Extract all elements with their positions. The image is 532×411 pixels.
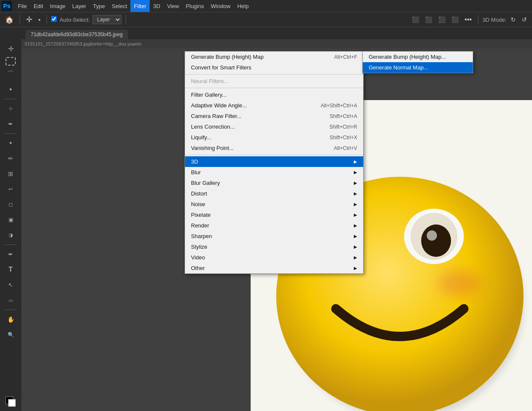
filter-gallery[interactable]: Filter Gallery... <box>185 89 363 100</box>
menu-plugins[interactable]: Plugins <box>182 0 208 12</box>
filter-sharpen[interactable]: Sharpen ▶ <box>185 231 363 241</box>
stamp-tool[interactable]: ⊞ <box>4 167 17 181</box>
submenu-arrow-stylize: ▶ <box>354 244 357 249</box>
left-tools-panel: ✛ ⌒ ✦ ⊹ ✒ ✦ ✏ ⊞ ↩ ◻ ▣ ◑ ✒ T ↖ ▭ ✋ 🔍 <box>0 39 21 411</box>
align-top-btn[interactable]: ⬛ <box>410 15 421 24</box>
tab-bar: 71db42aafde6d93d83cbe37535b45.jpeg <box>0 27 532 39</box>
menu-view[interactable]: View <box>164 0 182 12</box>
tool-separator-2 <box>5 133 17 134</box>
home-button[interactable]: 🏠 <box>3 15 15 25</box>
background-color[interactable] <box>8 399 16 407</box>
eyedropper-tool[interactable]: ✒ <box>4 117 17 131</box>
align-center-btn[interactable]: ⬛ <box>423 15 434 24</box>
align-bottom-btn[interactable]: ⬛ <box>437 15 447 24</box>
filter-blur[interactable]: Blur ▶ <box>185 167 363 178</box>
tool-separator-1 <box>5 99 17 99</box>
lasso-tool[interactable]: ⌒ <box>4 67 17 81</box>
submenu-arrow-noise: ▶ <box>354 202 357 207</box>
toolbar-sep-3 <box>126 15 126 24</box>
menu-filter[interactable]: Filter <box>130 0 150 12</box>
menu-layer[interactable]: Layer <box>69 0 90 12</box>
more-btn[interactable]: ••• <box>463 15 474 24</box>
align-left-btn[interactable]: ⬛ <box>450 15 460 24</box>
main-toolbar: 🏠 ✛ ▾ Auto-Select: Layer Group ⬛ ⬛ ⬛ ⬛ •… <box>0 12 532 27</box>
menu-image[interactable]: Image <box>46 0 69 12</box>
menu-window[interactable]: Window <box>207 0 234 12</box>
submenu-arrow-video: ▶ <box>354 255 357 260</box>
gradient-tool[interactable]: ▣ <box>4 213 17 227</box>
3d-orbit-btn[interactable]: ↺ <box>520 15 529 24</box>
filter-pixelate[interactable]: Pixelate ▶ <box>185 210 363 220</box>
toolbar-separator <box>20 15 20 24</box>
svg-point-6 <box>427 230 437 241</box>
menu-select[interactable]: Select <box>108 0 130 12</box>
document-tab[interactable]: 71db42aafde6d93d83cbe37535b45.jpeg <box>26 30 128 39</box>
pen-tool[interactable]: ✒ <box>4 247 17 261</box>
move-tool-btn[interactable]: ✛ <box>24 14 34 25</box>
rectangular-marquee-tool[interactable] <box>6 57 16 66</box>
filter-camera-raw[interactable]: Camera Raw Filter... Shift+Ctrl+A <box>185 111 363 121</box>
submenu-arrow-blur: ▶ <box>354 170 357 175</box>
filter-adaptive-wide-angle[interactable]: Adaptive Wide Angle... Alt+Shift+Ctrl+A <box>185 100 363 111</box>
url-bar: 0191101_15725837245853.jpg&refer=http__d… <box>21 39 532 49</box>
text-tool[interactable]: T <box>4 263 17 276</box>
menu-file[interactable]: File <box>14 0 30 12</box>
ps-logo: Ps <box>2 1 12 11</box>
filter-generate-bump[interactable]: Generate Bump (Height) Map Alt+Ctrl+F <box>185 52 363 62</box>
filter-blur-gallery[interactable]: Blur Gallery ▶ <box>185 178 363 188</box>
dodge-tool[interactable]: ◑ <box>4 228 17 242</box>
tool-separator-4 <box>5 310 17 310</box>
brush-tool[interactable]: ✏ <box>4 152 17 165</box>
filter-convert-smart[interactable]: Convert for Smart Filters <box>185 62 363 73</box>
filter-other[interactable]: Other ▶ <box>185 263 363 273</box>
filter-sep-1 <box>185 74 363 75</box>
canvas-area: 0191101_15725837245853.jpg&refer=http__d… <box>21 39 532 411</box>
filter-render[interactable]: Render ▶ <box>185 220 363 231</box>
autoselect-label: Auto-Select: <box>51 16 90 23</box>
submenu-arrow-pixelate: ▶ <box>354 213 357 217</box>
autoselect-checkbox[interactable] <box>51 16 57 22</box>
move-tool-arrow[interactable]: ▾ <box>37 17 42 23</box>
submenu-generate-bump[interactable]: Generate Bump (Height) Map... <box>363 52 473 62</box>
3d-mode-label: 3D Mode: <box>483 17 506 23</box>
spot-healing-tool[interactable]: ✦ <box>4 136 17 150</box>
filter-sep-3 <box>185 155 363 155</box>
filter-stylize[interactable]: Stylize ▶ <box>185 241 363 252</box>
zoom-tool[interactable]: 🔍 <box>4 328 17 342</box>
submenu-arrow-other: ▶ <box>354 266 357 270</box>
menu-edit[interactable]: Edit <box>30 0 46 12</box>
crop-tool[interactable]: ⊹ <box>4 102 17 115</box>
hand-tool[interactable]: ✋ <box>4 313 17 326</box>
filter-distort[interactable]: Distort ▶ <box>185 188 363 199</box>
filter-sep-2 <box>185 88 363 88</box>
submenu-arrow-sharpen: ▶ <box>354 234 357 239</box>
toolbar-separator-2 <box>46 15 47 24</box>
menu-3d[interactable]: 3D <box>150 0 164 12</box>
quick-selection-tool[interactable]: ✦ <box>4 83 17 96</box>
shape-tool[interactable]: ▭ <box>4 293 17 307</box>
filter-noise[interactable]: Noise ▶ <box>185 199 363 210</box>
filter-neural: Neural Filters... <box>185 76 363 86</box>
move-tool[interactable]: ✛ <box>4 42 17 55</box>
autoselect-select[interactable]: Layer Group <box>93 15 121 24</box>
3d-rotate-btn[interactable]: ↻ <box>509 15 518 24</box>
submenu-arrow-distort: ▶ <box>354 191 357 196</box>
svg-point-7 <box>438 270 481 296</box>
submenu-arrow-render: ▶ <box>354 223 357 228</box>
filter-video[interactable]: Video ▶ <box>185 252 363 263</box>
submenu-arrow-blur-gallery: ▶ <box>354 181 357 185</box>
history-brush-tool[interactable]: ↩ <box>4 182 17 196</box>
menu-bar: Ps File Edit Image Layer Type Select Fil… <box>0 0 532 12</box>
eraser-tool[interactable]: ◻ <box>4 198 17 211</box>
filter-liquify[interactable]: Liquify... Shift+Ctrl+X <box>185 132 363 143</box>
filter-3d[interactable]: 3D ▶ <box>185 156 363 167</box>
submenu-3d: Generate Bump (Height) Map... Generate N… <box>362 51 473 73</box>
path-selection-tool[interactable]: ↖ <box>4 278 17 292</box>
svg-point-5 <box>421 224 451 257</box>
submenu-generate-normal-map[interactable]: Generate Normal Map... <box>363 62 473 73</box>
toolbar-sep-4 <box>478 15 478 24</box>
filter-lens-correction[interactable]: Lens Correction... Shift+Ctrl+R <box>185 121 363 132</box>
menu-type[interactable]: Type <box>90 0 108 12</box>
menu-help[interactable]: Help <box>234 0 252 12</box>
filter-vanishing-point[interactable]: Vanishing Point... Alt+Ctrl+V <box>185 143 363 153</box>
